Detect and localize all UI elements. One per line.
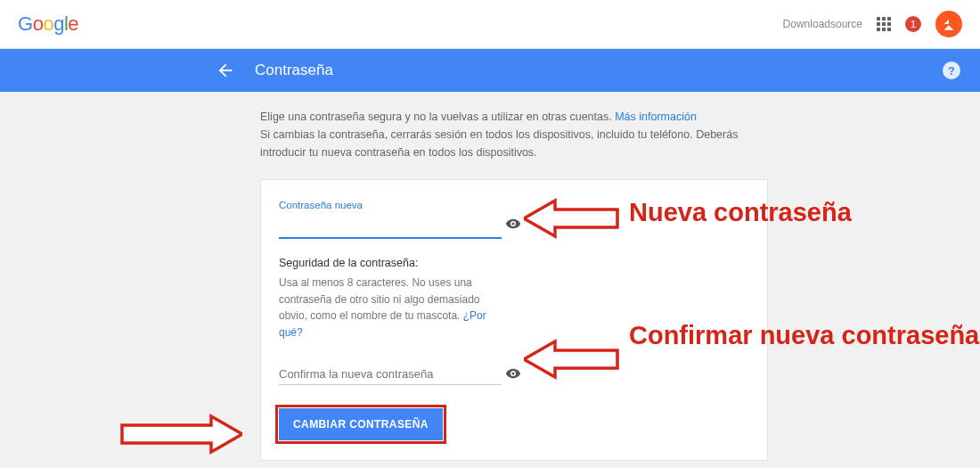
- submit-button-wrap: CAMBIAR CONTRASEÑA: [279, 408, 443, 440]
- confirm-password-input[interactable]: [279, 364, 502, 385]
- notification-badge[interactable]: 1: [905, 16, 921, 32]
- header-right: Downloadsource 1: [783, 11, 962, 37]
- page-title-bar: Contraseña ?: [0, 49, 980, 92]
- eye-icon[interactable]: [505, 365, 521, 382]
- download-source-label: Downloadsource: [783, 18, 862, 30]
- google-logo: Google: [18, 12, 78, 36]
- change-password-button[interactable]: CAMBIAR CONTRASEÑA: [279, 408, 443, 440]
- apps-icon[interactable]: [877, 17, 891, 31]
- page-title: Contraseña: [255, 62, 333, 79]
- annotation-arrow: [118, 412, 242, 456]
- password-card: Contraseña nueva Seguridad de la contras…: [260, 179, 768, 461]
- intro-text: Elige una contraseña segura y no la vuel…: [260, 108, 795, 126]
- eye-icon[interactable]: [505, 216, 521, 232]
- chevron-down-icon: [942, 17, 956, 31]
- back-button[interactable]: [216, 61, 235, 80]
- strength-help-text: Usa al menos 8 caracteres. No uses una c…: [279, 276, 479, 322]
- avatar[interactable]: [935, 11, 962, 37]
- main-content: Elige una contraseña segura y no la vuel…: [260, 108, 795, 461]
- confirm-password-row: [279, 364, 749, 385]
- intro-line2: Si cambias la contraseña, cerrarás sesió…: [260, 126, 768, 161]
- notification-count: 1: [911, 19, 916, 29]
- password-strength-title: Seguridad de la contraseña:: [279, 257, 749, 269]
- help-icon[interactable]: ?: [943, 62, 960, 79]
- new-password-row: [279, 216, 749, 239]
- app-header: Google Downloadsource 1: [0, 0, 980, 49]
- arrow-left-icon: [216, 61, 235, 80]
- new-password-input[interactable]: [279, 216, 502, 239]
- intro-line1: Elige una contraseña segura y no la vuel…: [260, 111, 612, 123]
- more-info-link[interactable]: Más información: [615, 111, 697, 123]
- password-strength-help: Usa al menos 8 caracteres. No uses una c…: [279, 275, 510, 341]
- new-password-label: Contraseña nueva: [279, 200, 749, 210]
